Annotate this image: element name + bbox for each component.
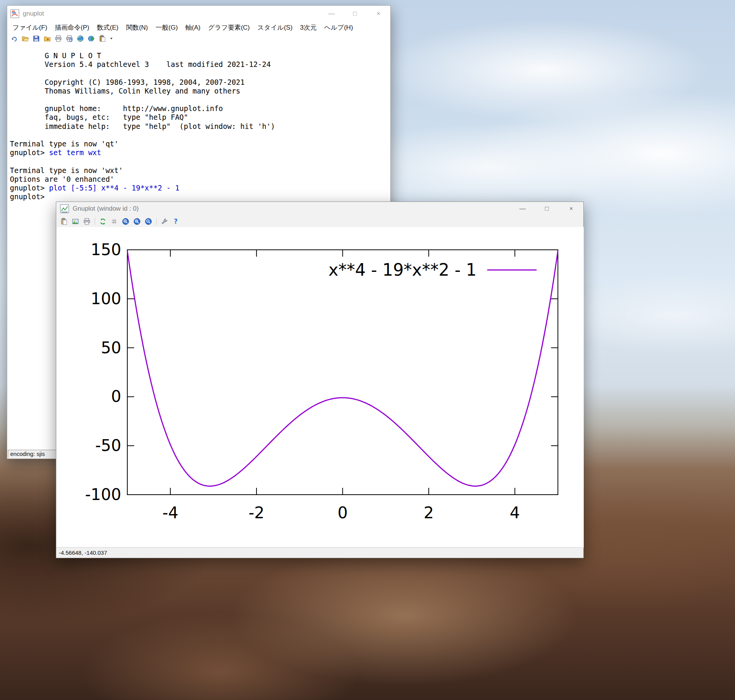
gnuplot-plot-window: Gnuplot (window id : 0) — □ × [56, 202, 584, 558]
replot-refresh-button[interactable] [98, 217, 108, 226]
console-line [10, 69, 390, 78]
plot-window-controls: — □ × [510, 202, 583, 216]
svg-text:150: 150 [91, 240, 121, 259]
console-line: G N U P L O T [10, 51, 390, 60]
settings-button[interactable] [160, 217, 169, 226]
copy-to-clipboard-button[interactable] [59, 217, 69, 226]
svg-text:4: 4 [510, 503, 520, 522]
gnuplot-app-icon [10, 9, 19, 18]
export-image-button[interactable] [71, 217, 80, 226]
svg-text:x**4 - 19*x**2 - 1: x**4 - 19*x**2 - 1 [328, 260, 477, 279]
svg-text:0: 0 [111, 387, 121, 406]
zoom-next-button[interactable] [132, 217, 142, 226]
menu-item-general[interactable]: 一般(G) [152, 23, 182, 32]
menu-item-help[interactable]: ヘルプ(H) [320, 23, 357, 32]
console-line [10, 95, 390, 104]
menu-item-expressions[interactable]: 数式(E) [93, 23, 122, 32]
svg-text:-4: -4 [162, 503, 178, 522]
print-preview-icon [66, 35, 73, 42]
image-icon [72, 218, 79, 225]
plot-window-icon [60, 204, 69, 213]
console-line: gnuplot home: http://www.gnuplot.info [10, 104, 390, 113]
console-line: Options are '0 enhanced' [10, 175, 390, 184]
print-preview-button[interactable] [65, 34, 74, 43]
help-button[interactable]: ? [171, 217, 181, 226]
console-line: Terminal type is now 'wxt' [10, 166, 390, 175]
console-line: gnuplot> plot [-5:5] x**4 - 19*x**2 - 1 [10, 184, 390, 192]
globe-icon [77, 35, 84, 42]
toolbar-separator [156, 218, 157, 225]
redo-arrow-icon [11, 35, 18, 42]
clipboard-paste-icon [99, 35, 106, 42]
plot-maximize-button[interactable]: □ [535, 202, 559, 216]
console-window-controls: — □ × [320, 6, 390, 22]
toolbar-separator [95, 218, 95, 225]
console-line: gnuplot> set term wxt [10, 148, 390, 157]
refresh-icon [99, 218, 106, 225]
printer-icon [55, 35, 62, 42]
plot-titlebar[interactable]: Gnuplot (window id : 0) — □ × [56, 202, 583, 216]
wrench-icon [161, 218, 168, 225]
toggle-grid-button[interactable] [109, 217, 119, 226]
console-close-button[interactable]: × [367, 6, 390, 22]
console-line: Terminal type is now 'qt' [10, 140, 390, 148]
console-toolbar [7, 33, 390, 44]
console-line: gnuplot> [10, 192, 390, 201]
svg-text:50: 50 [101, 338, 121, 357]
console-line: Version 5.4 patchlevel 3 last modified 2… [10, 60, 390, 69]
zoom-autoscale-icon [145, 218, 152, 225]
menu-item-file[interactable]: ファイル(F) [9, 23, 51, 32]
paste-button[interactable] [98, 34, 107, 43]
folder-export-icon [44, 35, 51, 42]
menu-item-plot-commands[interactable]: 描画命令(P) [51, 23, 93, 32]
open-file-button[interactable] [21, 34, 30, 43]
menu-item-styles[interactable]: スタイル(S) [253, 23, 296, 32]
svg-text:0: 0 [337, 503, 348, 522]
svg-text:-2: -2 [249, 503, 265, 522]
printer-icon [83, 218, 90, 225]
plot-statusbar: -4.56648, -140.037 [56, 547, 583, 558]
console-menubar: ファイル(F) 描画命令(P) 数式(E) 関数(N) 一般(G) 軸(A) グ… [7, 22, 390, 33]
console-line: Thomas Williams, Colin Kelley and many o… [10, 87, 390, 95]
gnuplot-home-button[interactable] [76, 34, 85, 43]
grid-icon [111, 218, 118, 225]
function-plot-chart: -4-2024-100-50050100150x**4 - 19*x**2 - … [57, 227, 584, 548]
plot-window-title: Gnuplot (window id : 0) [73, 205, 139, 213]
clipboard-icon [60, 218, 68, 225]
globe-arrow-icon [88, 35, 95, 42]
zoom-previous-icon [122, 218, 129, 225]
plot-minimize-button[interactable]: — [510, 202, 535, 216]
menu-item-functions[interactable]: 関数(N) [122, 23, 152, 32]
print-plot-button[interactable] [82, 217, 92, 226]
console-line: faq, bugs, etc: type "help FAQ" [10, 113, 390, 122]
menu-item-chart-elements[interactable]: グラフ要素(C) [204, 23, 253, 32]
save-button[interactable] [32, 34, 41, 43]
faq-page-button[interactable] [87, 34, 96, 43]
console-minimize-button[interactable]: — [320, 6, 343, 22]
console-maximize-button[interactable]: □ [343, 6, 367, 22]
svg-text:100: 100 [91, 289, 121, 308]
svg-text:2: 2 [424, 503, 434, 522]
open-folder-icon [22, 35, 29, 42]
save-floppy-icon [33, 35, 40, 42]
menu-item-3d[interactable]: 3次元 [296, 23, 320, 32]
question-mark-icon: ? [174, 217, 178, 225]
plot-toolbar: ? [56, 216, 583, 227]
cursor-coordinates: -4.56648, -140.037 [59, 549, 107, 556]
console-window-title: gnuplot [23, 10, 44, 17]
console-titlebar[interactable]: gnuplot — □ × [7, 6, 390, 22]
replot-button[interactable] [10, 34, 19, 43]
menu-item-axes[interactable]: 軸(A) [182, 23, 204, 32]
console-line: Copyright (C) 1986-1993, 1998, 2004, 200… [10, 78, 390, 87]
autoscale-button[interactable] [144, 217, 153, 226]
toolbar-dropdown-button[interactable] [109, 34, 114, 43]
plot-close-button[interactable]: × [559, 202, 583, 216]
export-button[interactable] [43, 34, 52, 43]
caret-down-icon [109, 37, 113, 40]
plot-canvas[interactable]: -4-2024-100-50050100150x**4 - 19*x**2 - … [57, 227, 584, 548]
zoom-next-icon [133, 218, 141, 225]
console-line [10, 131, 390, 140]
zoom-previous-button[interactable] [121, 217, 130, 226]
svg-text:-100: -100 [85, 485, 121, 504]
print-button[interactable] [54, 34, 63, 43]
